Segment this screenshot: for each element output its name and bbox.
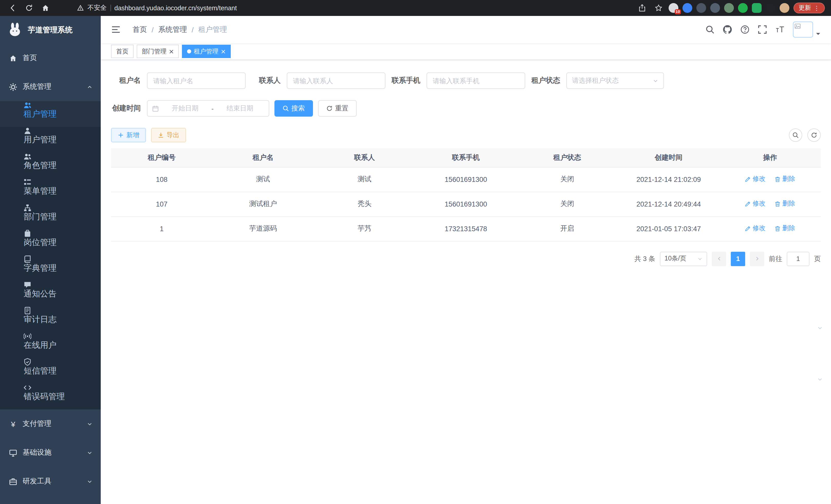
edit-button[interactable]: 修改	[745, 175, 766, 184]
sidebar-item-system[interactable]: 系统管理	[0, 72, 101, 101]
contact-input[interactable]	[287, 72, 385, 89]
help-icon[interactable]	[741, 25, 749, 34]
toolbox-icon	[9, 478, 17, 485]
sidebar-item-user[interactable]: 用户管理	[0, 127, 101, 153]
toggle-search-button[interactable]	[789, 128, 802, 142]
add-button-label: 新增	[126, 131, 139, 140]
table-row[interactable]: 107 测试租户 秃头 15601691300 关闭 2021-12-14 20…	[111, 191, 821, 216]
field-label: 租户状态	[531, 76, 566, 85]
extension-icon[interactable]	[780, 3, 790, 13]
page: 不安全 dashboard.yudao.iocoder.cn/system/te…	[0, 0, 831, 504]
extension-icon[interactable]	[710, 3, 720, 13]
tab-home[interactable]: 首页	[111, 45, 134, 58]
extension-icon[interactable]	[752, 3, 762, 13]
edit-button[interactable]: 修改	[745, 200, 766, 208]
address-bar[interactable]: 不安全 dashboard.yudao.iocoder.cn/system/te…	[77, 4, 237, 12]
extension-icon[interactable]	[766, 3, 775, 13]
sidebar-item-notice[interactable]: 通知公告	[0, 281, 101, 307]
hamburger-icon[interactable]	[111, 26, 121, 33]
sidebar-item-home[interactable]: 首页	[0, 44, 101, 72]
user-icon	[24, 127, 31, 135]
sidebar-item-error-code[interactable]: 错误码管理	[0, 384, 101, 410]
share-button[interactable]	[636, 2, 648, 14]
audit-log-icon	[24, 307, 31, 315]
sidebar-menu: 首页 系统管理 租户管理 用户管理 角色管理	[0, 44, 101, 504]
url-text: dashboard.yudao.iocoder.cn/system/tenant	[114, 4, 237, 11]
close-icon[interactable]	[169, 49, 174, 54]
fullscreen-icon[interactable]	[758, 25, 767, 34]
sidebar-item-dept[interactable]: 部门管理	[0, 204, 101, 230]
breadcrumb-item[interactable]: 首页	[133, 25, 147, 34]
search-button-label: 搜索	[291, 104, 305, 113]
browser-update-button[interactable]: 更新 ⋮	[794, 3, 825, 13]
tab-dept[interactable]: 部门管理	[137, 45, 179, 58]
next-page-button[interactable]	[750, 251, 764, 266]
main: 首页 / 系统管理 / 租户管理	[101, 16, 831, 504]
sidebar-item-post[interactable]: 岗位管理	[0, 230, 101, 255]
sidebar-item-dict[interactable]: 字典管理	[0, 255, 101, 281]
goto-page-input[interactable]	[787, 251, 809, 266]
sidebar-item-devtools[interactable]: 研发工具	[0, 467, 101, 496]
delete-button[interactable]: 删除	[774, 224, 795, 233]
search-icon	[283, 105, 289, 112]
column-header: 创建时间	[618, 148, 719, 167]
sidebar-item-infrastructure[interactable]: 基础设施	[0, 438, 101, 467]
github-icon[interactable]	[723, 25, 732, 34]
browser-reload-button[interactable]	[23, 2, 35, 14]
cell-status: 关闭	[516, 191, 618, 216]
org-tree-icon	[24, 204, 31, 212]
edit-button[interactable]: 修改	[745, 224, 766, 233]
refresh-table-button[interactable]	[807, 128, 821, 142]
browser-home-button[interactable]	[39, 2, 51, 14]
extension-icon[interactable]	[738, 3, 748, 13]
font-size-icon[interactable]	[775, 25, 784, 34]
filter-contact: 联系人	[251, 72, 385, 89]
goto-label: 前往	[769, 254, 782, 263]
sidebar-item-menu[interactable]: 菜单管理	[0, 178, 101, 204]
sidebar-item-role[interactable]: 角色管理	[0, 153, 101, 178]
shield-icon	[24, 358, 31, 366]
tenant-name-input[interactable]	[147, 72, 246, 89]
sidebar-item-online-users[interactable]: 在线用户	[0, 332, 101, 358]
user-avatar-menu[interactable]	[793, 22, 821, 37]
bookmark-button[interactable]	[652, 2, 664, 14]
delete-label: 删除	[782, 200, 795, 208]
table-row[interactable]: 1 芋道源码 芋艿 17321315478 开启 2021-01-05 17:0…	[111, 216, 821, 241]
table-row[interactable]: 108 测试 测试 15601691300 关闭 2021-12-14 21:0…	[111, 167, 821, 191]
page-size-select[interactable]: 10条/页	[660, 251, 707, 266]
delete-button[interactable]: 删除	[774, 175, 795, 184]
page-button-1[interactable]: 1	[731, 251, 745, 266]
extension-badge: 10	[675, 9, 681, 14]
add-button[interactable]: 新增	[111, 128, 146, 142]
plus-icon	[118, 132, 124, 138]
gear-icon	[9, 83, 17, 91]
browser-back-button[interactable]	[6, 2, 19, 14]
prev-page-button[interactable]	[712, 251, 726, 266]
active-dot	[187, 49, 191, 53]
phone-input[interactable]	[427, 72, 525, 89]
date-range-picker[interactable]: 开始日期 - 结束日期	[147, 100, 269, 117]
close-icon[interactable]	[221, 49, 226, 54]
sidebar-item-audit-log[interactable]: 审计日志	[0, 307, 101, 332]
filter-form-row-1: 租户名 联系人 联系手机 租户状态 请选择租户状态	[111, 72, 821, 100]
status-select[interactable]: 请选择租户状态	[566, 72, 664, 89]
sidebar-item-payment[interactable]: ¥ 支付管理	[0, 410, 101, 438]
edit-label: 修改	[753, 200, 766, 208]
sidebar-item-tenant[interactable]: 租户管理	[0, 101, 101, 127]
chevron-down-icon	[87, 421, 92, 427]
cell-tenant-name: 测试租户	[212, 191, 314, 216]
reload-icon	[25, 4, 33, 12]
extension-icon[interactable]	[683, 3, 692, 13]
extension-icon[interactable]	[696, 3, 706, 13]
delete-button[interactable]: 删除	[774, 200, 795, 208]
tab-tenant[interactable]: 租户管理	[182, 45, 231, 58]
extension-icon[interactable]: 10	[668, 3, 678, 13]
search-button[interactable]: 搜索	[275, 100, 313, 117]
reset-button[interactable]: 重置	[318, 100, 357, 117]
extension-icon[interactable]	[724, 3, 734, 13]
search-icon[interactable]	[706, 25, 714, 34]
sidebar-item-sms[interactable]: 短信管理	[0, 358, 101, 384]
export-button[interactable]: 导出	[151, 128, 186, 142]
announcement-icon	[24, 281, 31, 289]
breadcrumb-item[interactable]: 系统管理	[158, 25, 187, 34]
